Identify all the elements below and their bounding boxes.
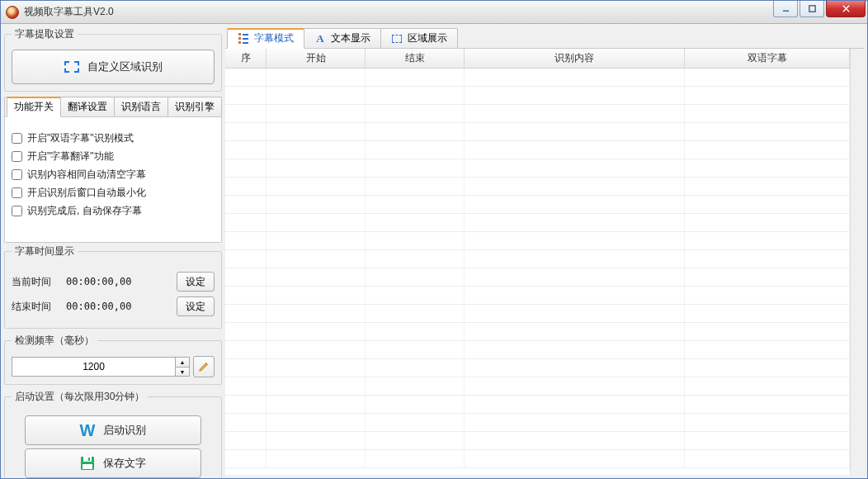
region-select-icon [64,61,79,73]
table-row[interactable] [225,432,850,450]
svg-rect-7 [83,464,92,469]
table-row[interactable] [225,87,850,105]
custom-region-button[interactable]: 自定义区域识别 [12,50,215,84]
close-button[interactable] [826,1,866,17]
checkbox-autosave[interactable] [12,206,22,216]
checkbox-bilingual[interactable] [12,133,22,144]
start-settings-group: 启动设置（每次限用30分钟） W 启动识别 保存文字 [4,390,222,478]
spin-down-button[interactable]: ▼ [175,367,190,377]
set-end-time-button[interactable]: 设定 [177,296,215,316]
right-panel: 字幕模式 A 文本显示 区域展示 序 开始 结束 识别内容 [225,27,864,475]
check-auto-minimize[interactable]: 开启识别后窗口自动最小化 [12,186,215,200]
subtitle-grid[interactable]: 序 开始 结束 识别内容 双语字幕 [225,49,850,475]
table-row[interactable] [225,105,850,123]
app-icon [6,6,19,19]
table-row[interactable] [225,250,850,268]
region-icon-wrap [391,33,403,45]
check-auto-clear[interactable]: 识别内容相同自动清空字幕 [12,168,215,182]
time-display-legend: 字幕时间显示 [12,244,78,258]
table-row[interactable] [225,341,850,359]
table-row[interactable] [225,141,850,159]
text-a-icon: A [314,33,326,45]
frequency-spinner: ▲ ▼ [12,357,190,377]
table-row[interactable] [225,232,850,250]
check-auto-save[interactable]: 识别完成后, 自动保存字幕 [12,204,215,218]
tab-text-display[interactable]: A 文本显示 [304,28,381,48]
tab-recognize-engine[interactable]: 识别引擎 [167,97,222,116]
spin-buttons: ▲ ▼ [175,357,190,377]
vertical-scrollbar[interactable] [850,49,864,475]
table-row[interactable] [225,268,850,287]
table-row[interactable] [225,377,850,396]
table-row[interactable] [225,414,850,432]
table-row[interactable] [225,396,850,414]
function-tabs: 功能开关 翻译设置 识别语言 识别引擎 开启"双语字幕"识别模式 开启"字幕翻译… [4,97,222,243]
end-time-label: 结束时间 [12,300,58,314]
titlebar[interactable]: 视频取字幕工具V2.0 [1,1,867,24]
table-row[interactable] [225,214,850,232]
time-display-group: 字幕时间显示 当前时间 00:00:00,00 设定 结束时间 00:00:00… [4,244,222,329]
save-text-label: 保存文字 [103,456,146,471]
col-bilingual[interactable]: 双语字幕 [685,49,850,68]
maximize-button[interactable] [800,1,824,17]
grid-header: 序 开始 结束 识别内容 双语字幕 [225,49,850,69]
tab-recognize-language[interactable]: 识别语言 [114,97,168,116]
col-content[interactable]: 识别内容 [465,49,685,68]
svg-rect-1 [809,6,814,12]
table-row[interactable] [225,287,850,305]
extract-settings-group: 字幕提取设置 自定义区域识别 [4,27,222,92]
custom-region-label: 自定义区域识别 [87,59,163,74]
col-start[interactable]: 开始 [267,49,366,68]
current-time-row: 当前时间 00:00:00,00 设定 [12,272,215,292]
end-time-row: 结束时间 00:00:00,00 设定 [12,296,215,316]
frequency-legend: 检测频率（毫秒） [12,334,97,348]
table-row[interactable] [225,178,850,196]
minimize-button[interactable] [773,1,798,17]
left-panel: 字幕提取设置 自定义区域识别 功能开关 翻译设置 识别语言 识别引擎 开启"双语… [4,27,222,475]
body: 字幕提取设置 自定义区域识别 功能开关 翻译设置 识别语言 识别引擎 开启"双语… [1,24,867,478]
start-settings-legend: 启动设置（每次限用30分钟） [12,390,148,404]
tab-content-function: 开启"双语字幕"识别模式 开启"字幕翻译"功能 识别内容相同自动清空字幕 开启识… [5,117,221,242]
maximize-icon [808,4,817,13]
tab-region-display[interactable]: 区域展示 [380,28,458,48]
checkbox-minimize[interactable] [12,187,22,198]
pencil-icon [198,361,210,372]
start-recognition-button[interactable]: W 启动识别 [25,415,201,445]
table-row[interactable] [225,196,850,214]
table-row[interactable] [225,305,850,323]
checkbox-translate[interactable] [12,151,22,162]
current-time-value: 00:00:00,00 [66,276,168,287]
right-body: 序 开始 结束 识别内容 双语字幕 [225,49,864,475]
svg-rect-6 [88,458,90,461]
minimize-icon [781,4,790,13]
tab-subtitle-mode[interactable]: 字幕模式 [227,28,304,49]
table-row[interactable] [225,69,850,87]
tab-translate-settings[interactable]: 翻译设置 [60,97,115,116]
edit-frequency-button[interactable] [193,356,215,377]
col-sequence[interactable]: 序 [225,49,267,68]
close-icon [842,4,851,13]
table-row[interactable] [225,359,850,377]
right-tabstrip: 字幕模式 A 文本显示 区域展示 [225,27,864,49]
table-row[interactable] [225,123,850,141]
start-recognition-label: 启动识别 [103,423,146,438]
current-time-label: 当前时间 [12,275,58,289]
col-end[interactable]: 结束 [366,49,465,68]
check-bilingual-mode[interactable]: 开启"双语字幕"识别模式 [12,131,215,145]
frequency-input[interactable] [12,357,175,377]
app-window: 视频取字幕工具V2.0 字幕提取设置 自定义区域识别 [0,0,868,479]
floppy-icon [80,456,95,471]
check-translate-enable[interactable]: 开启"字幕翻译"功能 [12,149,215,164]
set-current-time-button[interactable]: 设定 [177,272,215,292]
region-dashed-icon [392,35,402,43]
spin-up-button[interactable]: ▲ [175,357,190,367]
frequency-group: 检测频率（毫秒） ▲ ▼ [4,334,222,385]
checkbox-autoclear[interactable] [12,169,22,180]
save-text-button[interactable]: 保存文字 [25,448,201,478]
left-tabstrip: 功能开关 翻译设置 识别语言 识别引擎 [5,97,221,117]
tab-function-switch[interactable]: 功能开关 [7,97,61,117]
table-row[interactable] [225,323,850,341]
grid-rows [225,69,850,468]
table-row[interactable] [225,450,850,468]
table-row[interactable] [225,159,850,178]
